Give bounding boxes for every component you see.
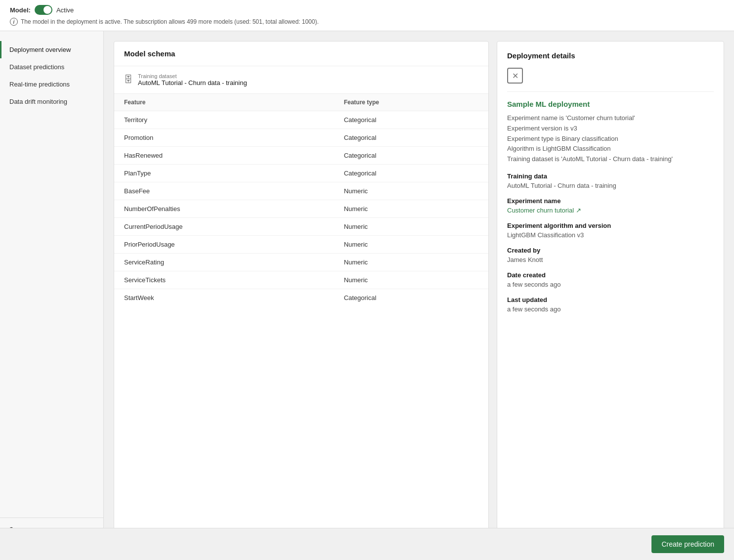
details-section: Experiment algorithm and versionLightGBM… bbox=[507, 222, 714, 239]
external-link-icon: ↗ bbox=[576, 207, 581, 214]
table-row: StartWeekCategorical bbox=[114, 289, 488, 307]
feature-type-cell: Numeric bbox=[334, 271, 488, 289]
feature-type-cell: Numeric bbox=[334, 182, 488, 200]
details-section-title: Experiment algorithm and version bbox=[507, 222, 714, 229]
deployment-meta-line: Algorithm is LightGBM Classification bbox=[507, 144, 714, 154]
training-dataset-name: AutoML Tutorial - Churn data - training bbox=[138, 79, 247, 86]
details-panel: Deployment details ✕ Sample ML deploymen… bbox=[497, 41, 724, 542]
feature-cell: CurrentPeriodUsage bbox=[114, 218, 334, 236]
feature-cell: NumberOfPenalties bbox=[114, 200, 334, 218]
details-section-value: a few seconds ago bbox=[507, 281, 714, 288]
feature-cell: BaseFee bbox=[114, 182, 334, 200]
feature-cell: PriorPeriodUsage bbox=[114, 236, 334, 254]
details-section-title: Created by bbox=[507, 247, 714, 254]
feature-table-header-row: Feature Feature type bbox=[114, 94, 488, 111]
content-area: Model schema 🗄 Training dataset AutoML T… bbox=[104, 31, 734, 552]
sidebar-nav: Deployment overviewDataset predictionsRe… bbox=[0, 41, 103, 110]
feature-type-cell: Categorical bbox=[334, 111, 488, 129]
details-section-title: Training data bbox=[507, 172, 714, 180]
sidebar-item-deployment-overview[interactable]: Deployment overview bbox=[0, 41, 103, 58]
training-dataset-info: Training dataset AutoML Tutorial - Churn… bbox=[138, 73, 247, 86]
deployment-meta-line: Experiment name is 'Customer churn tutor… bbox=[507, 113, 714, 124]
schema-panel-title: Model schema bbox=[124, 49, 175, 58]
details-divider bbox=[507, 91, 714, 92]
feature-cell: ServiceTickets bbox=[114, 271, 334, 289]
details-section-value: James Knott bbox=[507, 256, 714, 263]
feature-cell: PlanType bbox=[114, 165, 334, 182]
details-panel-title: Deployment details bbox=[507, 51, 714, 60]
table-row: BaseFeeNumeric bbox=[114, 182, 488, 200]
training-dataset-label: Training dataset bbox=[138, 73, 247, 79]
deployment-meta: Experiment name is 'Customer churn tutor… bbox=[507, 113, 714, 165]
model-active-toggle[interactable] bbox=[35, 5, 52, 15]
table-row: HasRenewedCategorical bbox=[114, 147, 488, 165]
feature-cell: StartWeek bbox=[114, 289, 334, 307]
table-row: NumberOfPenaltiesNumeric bbox=[114, 200, 488, 218]
feature-type-cell: Numeric bbox=[334, 218, 488, 236]
details-section-value: a few seconds ago bbox=[507, 305, 714, 313]
model-label: Model: bbox=[10, 6, 31, 14]
schema-panel-header: Model schema bbox=[114, 42, 488, 66]
details-section: Created byJames Knott bbox=[507, 247, 714, 263]
table-row: ServiceTicketsNumeric bbox=[114, 271, 488, 289]
training-dataset: 🗄 Training dataset AutoML Tutorial - Chu… bbox=[114, 66, 488, 94]
feature-cell: Promotion bbox=[114, 129, 334, 147]
feature-type-cell: Categorical bbox=[334, 147, 488, 165]
details-section-title: Date created bbox=[507, 271, 714, 279]
details-section: Experiment nameCustomer churn tutorial ↗ bbox=[507, 197, 714, 214]
details-section-title: Last updated bbox=[507, 296, 714, 303]
info-text: The model in the deployment is active. T… bbox=[21, 18, 319, 25]
sidebar-item-data-drift[interactable]: Data drift monitoring bbox=[0, 93, 103, 110]
details-section: Last updateda few seconds ago bbox=[507, 296, 714, 313]
x-mark-icon: ✕ bbox=[512, 71, 518, 81]
model-status-row: Model: Active bbox=[10, 5, 724, 15]
table-row: PromotionCategorical bbox=[114, 129, 488, 147]
feature-type-cell: Categorical bbox=[334, 165, 488, 182]
feature-type-col-header: Feature type bbox=[334, 94, 488, 111]
top-bar: Model: Active i The model in the deploym… bbox=[0, 0, 734, 31]
info-bar: i The model in the deployment is active.… bbox=[10, 18, 724, 26]
model-icon-container: ✕ bbox=[507, 68, 714, 84]
database-icon: 🗄 bbox=[124, 75, 133, 85]
feature-type-cell: Numeric bbox=[334, 200, 488, 218]
model-status-text: Active bbox=[56, 6, 74, 14]
table-row: ServiceRatingNumeric bbox=[114, 254, 488, 271]
details-section: Training dataAutoML Tutorial - Churn dat… bbox=[507, 172, 714, 189]
feature-type-cell: Categorical bbox=[334, 129, 488, 147]
feature-cell: HasRenewed bbox=[114, 147, 334, 165]
details-section-title: Experiment name bbox=[507, 197, 714, 205]
feature-table: Feature Feature type TerritoryCategorica… bbox=[114, 94, 488, 306]
schema-panel: Model schema 🗄 Training dataset AutoML T… bbox=[114, 41, 489, 542]
feature-type-cell: Numeric bbox=[334, 254, 488, 271]
details-section: Date createda few seconds ago bbox=[507, 271, 714, 288]
table-row: PriorPeriodUsageNumeric bbox=[114, 236, 488, 254]
details-section-value: LightGBM Classification v3 bbox=[507, 231, 714, 239]
sidebar: Deployment overviewDataset predictionsRe… bbox=[0, 31, 104, 552]
feature-type-cell: Categorical bbox=[334, 289, 488, 307]
table-row: CurrentPeriodUsageNumeric bbox=[114, 218, 488, 236]
deployment-meta-line: Experiment version is v3 bbox=[507, 124, 714, 134]
feature-col-header: Feature bbox=[114, 94, 334, 111]
details-section-value: AutoML Tutorial - Churn data - training bbox=[507, 182, 714, 189]
table-row: PlanTypeCategorical bbox=[114, 165, 488, 182]
feature-cell: ServiceRating bbox=[114, 254, 334, 271]
deployment-name: Sample ML deployment bbox=[507, 100, 714, 108]
table-row: TerritoryCategorical bbox=[114, 111, 488, 129]
feature-cell: Territory bbox=[114, 111, 334, 129]
sidebar-item-dataset-predictions[interactable]: Dataset predictions bbox=[0, 58, 103, 76]
bottom-bar: Create prediction bbox=[0, 528, 734, 560]
feature-type-cell: Numeric bbox=[334, 236, 488, 254]
details-sections: Training dataAutoML Tutorial - Churn dat… bbox=[507, 172, 714, 313]
no-model-icon: ✕ bbox=[507, 68, 523, 84]
main-layout: Deployment overviewDataset predictionsRe… bbox=[0, 31, 734, 552]
sidebar-item-realtime-predictions[interactable]: Real-time predictions bbox=[0, 76, 103, 93]
info-icon: i bbox=[10, 18, 18, 26]
create-prediction-button[interactable]: Create prediction bbox=[651, 535, 724, 553]
deployment-meta-line: Experiment type is Binary classification bbox=[507, 134, 714, 144]
deployment-meta-line: Training dataset is 'AutoML Tutorial - C… bbox=[507, 154, 714, 165]
details-section-link[interactable]: Customer churn tutorial ↗ bbox=[507, 207, 581, 214]
